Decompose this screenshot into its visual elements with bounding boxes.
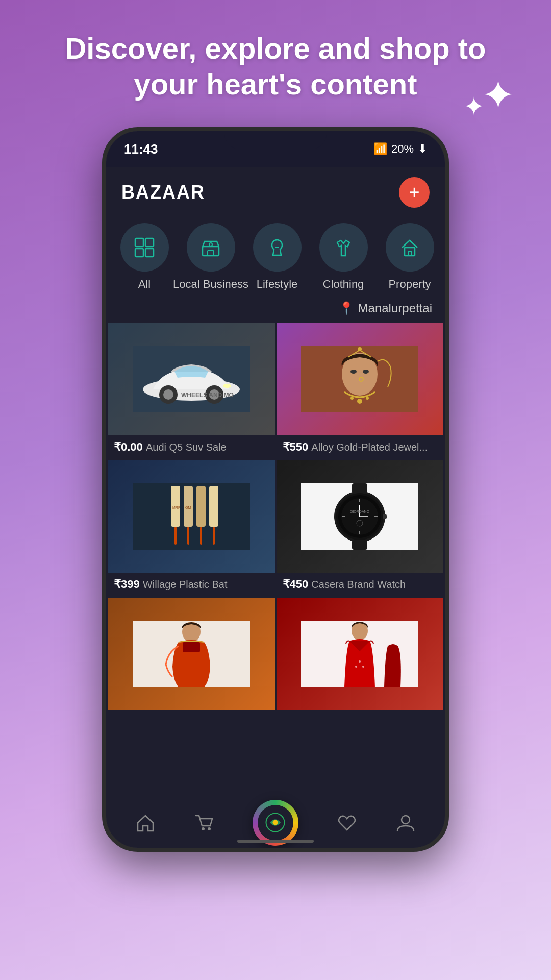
nav-center-inner [258,805,293,841]
category-lifestyle-icon [253,223,302,272]
category-local-business-label: Local Business [173,278,248,291]
add-listing-button[interactable]: + [399,177,430,208]
product-info-bat: ₹399 Willage Plastic Bat [108,573,275,596]
svg-point-22 [366,397,369,400]
status-icons: 📶 20% ⬇ [373,142,427,156]
nav-center-button[interactable] [253,800,298,846]
category-property-label: Property [388,278,431,291]
product-price-watch: ₹450 [283,578,312,591]
svg-point-21 [350,397,354,400]
svg-point-66 [402,816,410,824]
product-image-dress [277,598,444,710]
product-image-watch: GIORDANO [277,460,444,573]
product-info-jewelry: ₹550 Alloy Gold-Plated Jewel... [277,435,444,459]
product-image-saree [108,598,275,710]
svg-rect-35 [213,527,215,545]
category-all-label: All [138,278,151,291]
svg-rect-1 [145,238,154,247]
svg-rect-33 [200,527,202,545]
location-text: Manalurpettai [358,301,432,315]
app-header: BAZAAR + [106,167,445,218]
category-property-icon [386,223,434,272]
svg-rect-32 [196,486,206,527]
product-name-car: Audi Q5 Suv Sale [146,442,227,453]
nav-cart[interactable] [194,813,214,833]
product-price-bat: ₹399 [114,578,143,591]
category-lifestyle[interactable]: Lifestyle [249,223,305,291]
product-info-dress [277,710,444,720]
svg-rect-0 [135,238,143,247]
svg-rect-6 [208,251,214,256]
category-local-business-icon [187,223,235,272]
svg-point-63 [208,827,211,830]
product-info-watch: ₹450 Casera Brand Watch [277,573,444,596]
svg-point-24 [363,370,369,374]
svg-rect-31 [187,527,189,545]
category-clothing[interactable]: Clothing [315,223,371,291]
svg-rect-29 [174,527,177,545]
category-clothing-icon [319,223,368,272]
svg-point-5 [209,243,212,246]
svg-rect-3 [145,249,154,257]
svg-text:MRF: MRF [172,506,180,509]
product-info-car: ₹0.00 Audi Q5 Suv Sale [108,435,275,459]
category-all[interactable]: All [116,223,172,291]
product-image-car: WHEELS AND MO [108,323,275,435]
product-info-saree [108,710,275,720]
category-local-business[interactable]: Local Business [183,223,239,291]
sparkle-decoration-1: ✦ [481,71,515,119]
nav-wishlist[interactable] [337,813,357,833]
svg-rect-56 [183,642,200,652]
svg-point-13 [163,389,173,400]
download-icon: ⬇ [418,142,427,156]
product-card-watch[interactable]: GIORDANO ₹450 Casera Brand Watch [277,460,444,596]
svg-text:GM: GM [185,506,191,509]
app-content: BAZAAR + All [106,167,445,797]
status-time: 11:43 [124,141,158,157]
svg-text:GIORDANO: GIORDANO [350,510,370,513]
location-bar: 📍 Manalurpettai [106,301,445,323]
volume-up-button[interactable] [102,233,106,264]
app-title: BAZAAR [121,182,205,203]
svg-rect-34 [209,486,218,527]
product-card-car[interactable]: WHEELS AND MO ₹0.00 Audi Q5 Suv Sale [108,323,275,459]
category-all-icon [120,223,169,272]
product-grid: WHEELS AND MO ₹0.00 Audi Q5 Suv Sale [106,323,445,720]
product-card-jewelry[interactable]: ₹550 Alloy Gold-Plated Jewel... [277,323,444,459]
svg-point-23 [350,370,357,374]
power-button[interactable] [445,274,449,335]
product-price-jewelry: ₹550 [283,440,312,453]
svg-rect-2 [135,249,143,257]
category-property[interactable]: Property [382,223,438,291]
svg-point-65 [273,820,278,825]
nav-profile[interactable] [395,813,416,833]
sparkle-decoration-2: ✦ [463,92,485,121]
product-card-dress[interactable] [277,598,444,720]
product-image-bat: MRF GM [108,460,275,573]
svg-point-62 [202,827,205,830]
product-card-bat[interactable]: MRF GM ₹399 Willage Plastic Bat [108,460,275,596]
nav-home[interactable] [135,813,156,833]
location-pin-icon: 📍 [339,301,354,315]
wifi-icon: 📶 [373,142,387,156]
svg-rect-53 [383,514,387,519]
volume-down-button[interactable] [102,274,106,315]
product-name-bat: Willage Plastic Bat [143,579,228,590]
product-image-jewelry [277,323,444,435]
product-name-jewelry: Alloy Gold-Plated Jewel... [311,442,428,453]
svg-point-16 [223,384,231,388]
camera-notch [224,131,327,149]
svg-point-59 [359,660,361,663]
category-clothing-label: Clothing [323,278,364,291]
svg-point-61 [362,666,364,668]
phone-frame: 11:43 📶 20% ⬇ BAZAAR + [102,127,449,852]
battery-text: 20% [391,142,414,156]
categories-list: All Local Business [106,218,445,301]
svg-point-60 [355,666,357,668]
product-card-saree[interactable] [108,598,275,720]
svg-text:WHEELS AND MO: WHEELS AND MO [181,391,234,399]
product-name-watch: Casera Brand Watch [311,579,406,590]
svg-point-26 [358,347,362,351]
category-lifestyle-label: Lifestyle [257,278,298,291]
home-indicator [237,840,314,843]
